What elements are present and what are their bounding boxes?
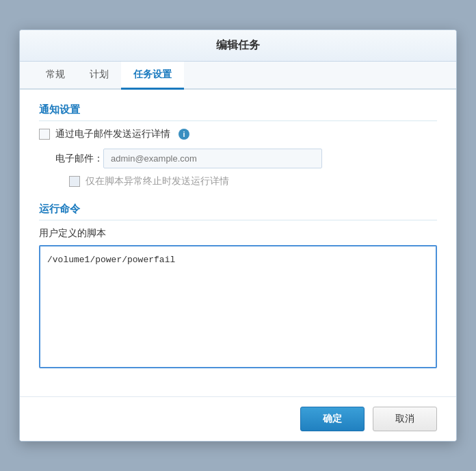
email-notification-row: 通过电子邮件发送运行详情 i [39, 128, 437, 140]
dialog-footer: 确定 取消 [20, 396, 456, 441]
notification-section: 通知设置 通过电子邮件发送运行详情 i 电子邮件： 仅在脚本异常终止时发送运行详… [39, 103, 437, 188]
cancel-button[interactable]: 取消 [373, 407, 437, 431]
email-notification-checkbox[interactable] [39, 129, 50, 140]
tab-general[interactable]: 常规 [34, 62, 77, 90]
dialog-title: 编辑任务 [20, 30, 456, 62]
email-row: 电子邮件： [55, 149, 437, 168]
sub-checkbox-row: 仅在脚本异常终止时发送运行详情 [69, 175, 437, 188]
notification-title: 通知设置 [39, 103, 437, 121]
email-notification-label: 通过电子邮件发送运行详情 [55, 128, 170, 140]
info-icon[interactable]: i [178, 129, 189, 140]
email-input[interactable] [103, 149, 322, 168]
command-title: 运行命令 [39, 203, 437, 220]
tab-task-settings[interactable]: 任务设置 [121, 62, 184, 90]
edit-task-dialog: 编辑任务 常规 计划 任务设置 通知设置 通过电子邮件发送运行详情 i 电子邮件… [19, 29, 457, 442]
dialog-body: 通知设置 通过电子邮件发送运行详情 i 电子邮件： 仅在脚本异常终止时发送运行详… [20, 90, 456, 396]
command-section: 运行命令 用户定义的脚本 /volume1/power/<span style=… [39, 203, 437, 370]
tab-schedule[interactable]: 计划 [77, 62, 121, 90]
confirm-button[interactable]: 确定 [300, 407, 365, 431]
email-label: 电子邮件： [55, 153, 103, 165]
script-error-checkbox[interactable] [69, 176, 80, 187]
tab-bar: 常规 计划 任务设置 [20, 62, 456, 90]
script-textarea[interactable]: /volume1/power/<span style="color:#1a7ab… [39, 245, 437, 368]
script-sub-label: 用户定义的脚本 [39, 227, 437, 240]
script-error-label: 仅在脚本异常终止时发送运行详情 [85, 175, 229, 188]
